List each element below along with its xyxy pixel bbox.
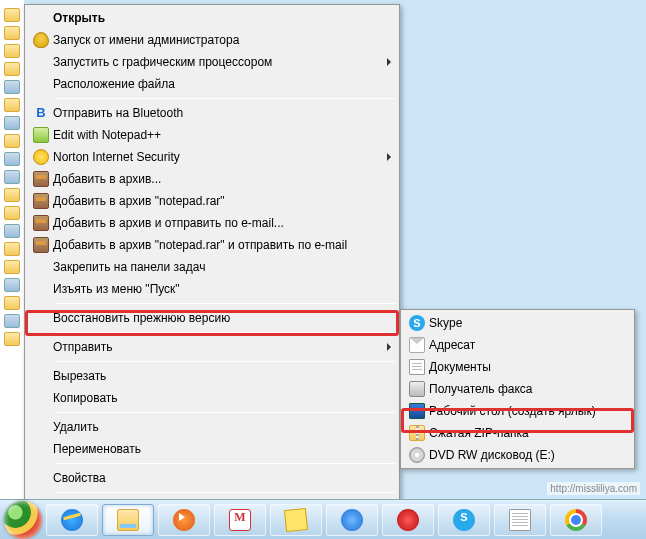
main_menu-item[interactable]: Копировать	[27, 387, 397, 409]
note-icon	[284, 507, 308, 531]
skype-icon: S	[453, 509, 475, 531]
taskbar-opera[interactable]	[382, 504, 434, 536]
menu-item-label: Удалить	[53, 420, 377, 434]
submenu-arrow-icon	[387, 153, 391, 161]
menu-item-label: Запуск от имени администратора	[53, 33, 377, 47]
menu-separator	[55, 492, 395, 493]
menu-item-label: Запустить с графическим процессором	[53, 55, 377, 69]
main_menu-item[interactable]: Запуск от имени администратора	[27, 29, 397, 51]
wmp-icon	[173, 509, 195, 531]
main_menu-item[interactable]: Запустить с графическим процессором	[27, 51, 397, 73]
menu-item-label: DVD RW дисковод (E:)	[429, 448, 612, 462]
main_menu-item[interactable]: Отправить	[27, 336, 397, 358]
submenu-arrow-icon	[387, 58, 391, 66]
menu-item-label: Skype	[429, 316, 612, 330]
mail-icon	[405, 337, 429, 353]
menu-item-label: Сжатая ZIP-папка	[429, 426, 612, 440]
menu-item-label: Открыть	[53, 11, 377, 25]
sub_menu-item[interactable]: DVD RW дисковод (E:)	[403, 444, 632, 466]
menu-separator	[55, 98, 395, 99]
sub_menu-item[interactable]: Адресат	[403, 334, 632, 356]
main_menu-item[interactable]: Добавить в архив "notepad.rar"	[27, 190, 397, 212]
main_menu-item[interactable]: BОтправить на Bluetooth	[27, 102, 397, 124]
main_menu-item[interactable]: Открыть	[27, 7, 397, 29]
menu-item-label: Norton Internet Security	[53, 150, 377, 164]
menu-item-label: Изъять из меню "Пуск"	[53, 282, 377, 296]
npp-icon	[29, 127, 53, 143]
taskbar-app-round[interactable]	[326, 504, 378, 536]
menu-separator	[55, 463, 395, 464]
main_menu-item[interactable]: Edit with Notepad++	[27, 124, 397, 146]
sub_menu-item[interactable]: Получатель факса	[403, 378, 632, 400]
norton-icon	[29, 149, 53, 165]
main_menu-item[interactable]: Закрепить на панели задач	[27, 256, 397, 278]
watermark: http://missliliya.com	[547, 482, 640, 495]
menu-item-label: Переименовать	[53, 442, 377, 456]
main_menu-item[interactable]: Добавить в архив "notepad.rar" и отправи…	[27, 234, 397, 256]
menu-item-label: Восстановить прежнюю версию	[53, 311, 377, 325]
menu-item-label: Документы	[429, 360, 612, 374]
menu-item-label: Добавить в архив...	[53, 172, 377, 186]
main_menu-item[interactable]: Вырезать	[27, 365, 397, 387]
rar-icon	[29, 237, 53, 253]
doc-icon	[509, 509, 531, 531]
sub_menu-item[interactable]: Документы	[403, 356, 632, 378]
taskbar-explorer[interactable]	[102, 504, 154, 536]
menu-item-label: Edit with Notepad++	[53, 128, 377, 142]
menu-item-label: Получатель факса	[429, 382, 612, 396]
taskbar-paint[interactable]	[494, 504, 546, 536]
taskbar-notes[interactable]	[270, 504, 322, 536]
taskbar: MS	[0, 499, 646, 539]
taskbar-skype[interactable]: S	[438, 504, 490, 536]
start-button[interactable]	[4, 501, 42, 539]
doc-icon	[405, 359, 429, 375]
menu-separator	[55, 303, 395, 304]
sub_menu-item[interactable]: SSkype	[403, 312, 632, 334]
desk-icon	[405, 403, 429, 419]
menu-item-label: Адресат	[429, 338, 612, 352]
main_menu-item[interactable]: Удалить	[27, 416, 397, 438]
rar-icon	[29, 171, 53, 187]
rar-icon	[29, 193, 53, 209]
main_menu-item[interactable]: Добавить в архив и отправить по e-mail..…	[27, 212, 397, 234]
shield-icon	[29, 32, 53, 48]
menu-item-label: Вырезать	[53, 369, 377, 383]
main_menu-item[interactable]: Изъять из меню "Пуск"	[27, 278, 397, 300]
menu-item-label: Закрепить на панели задач	[53, 260, 377, 274]
explorer-icon	[117, 509, 139, 531]
taskbar-ie[interactable]	[46, 504, 98, 536]
menu-item-label: Отправить	[53, 340, 377, 354]
menu-separator	[55, 332, 395, 333]
chrome-icon	[565, 509, 587, 531]
menu-item-label: Расположение файла	[53, 77, 377, 91]
m-icon: M	[229, 509, 251, 531]
main_menu-item[interactable]: Восстановить прежнюю версию	[27, 307, 397, 329]
main_menu-item[interactable]: Переименовать	[27, 438, 397, 460]
menu-item-label: Добавить в архив "notepad.rar"	[53, 194, 377, 208]
menu-item-label: Свойства	[53, 471, 377, 485]
rar-icon	[29, 215, 53, 231]
taskbar-mega[interactable]: M	[214, 504, 266, 536]
menu-separator	[55, 361, 395, 362]
main_menu-item[interactable]: Norton Internet Security	[27, 146, 397, 168]
sub_menu-item[interactable]: Рабочий стол (создать ярлык)	[403, 400, 632, 422]
sub_menu-item[interactable]: Сжатая ZIP-папка	[403, 422, 632, 444]
menu-item-label: Копировать	[53, 391, 377, 405]
taskbar-wmp[interactable]	[158, 504, 210, 536]
menu-item-label: Добавить в архив и отправить по e-mail..…	[53, 216, 377, 230]
opera-icon	[397, 509, 419, 531]
taskbar-chrome[interactable]	[550, 504, 602, 536]
context-menu-main: ОткрытьЗапуск от имени администратораЗап…	[24, 4, 400, 521]
dvd-icon	[405, 447, 429, 463]
menu-item-label: Рабочий стол (создать ярлык)	[429, 404, 612, 418]
menu-separator	[55, 412, 395, 413]
bt-icon: B	[29, 105, 53, 121]
desktop-icon-strip	[0, 0, 24, 499]
submenu-arrow-icon	[387, 343, 391, 351]
ie-icon	[61, 509, 83, 531]
menu-item-label: Добавить в архив "notepad.rar" и отправи…	[53, 238, 377, 252]
main_menu-item[interactable]: Свойства	[27, 467, 397, 489]
context-menu-sendto: SSkypeАдресатДокументыПолучатель факсаРа…	[400, 309, 635, 469]
main_menu-item[interactable]: Расположение файла	[27, 73, 397, 95]
main_menu-item[interactable]: Добавить в архив...	[27, 168, 397, 190]
